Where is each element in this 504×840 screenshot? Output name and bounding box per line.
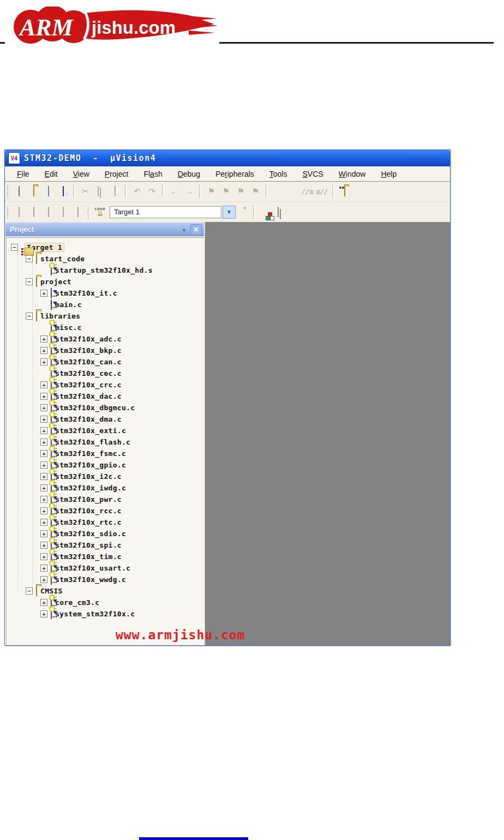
tree-item-stm32f10x-rtc-c[interactable]: +stm32f10x_rtc.c: [7, 517, 203, 528]
expand-toggle-icon[interactable]: +: [40, 393, 47, 400]
tree-item-label[interactable]: stm32f10x_flash.c: [55, 438, 130, 446]
menu-flash[interactable]: Flash: [136, 170, 170, 178]
expand-toggle-icon[interactable]: +: [40, 576, 47, 583]
expand-toggle-icon[interactable]: −: [26, 313, 33, 320]
tree-item-stm32f10x-spi-c[interactable]: +stm32f10x_spi.c: [7, 539, 203, 551]
expand-toggle-icon[interactable]: +: [40, 565, 47, 572]
tree-item-stm32f10x-can-c[interactable]: +stm32f10x_can.c: [7, 356, 203, 368]
menu-edit[interactable]: Edit: [37, 170, 65, 178]
menu-debug[interactable]: Debug: [170, 170, 208, 178]
menu-file[interactable]: File: [9, 170, 37, 178]
expand-toggle-icon[interactable]: +: [40, 519, 47, 526]
tree-item-stm32f10x-it-c[interactable]: +stm32f10x_it.c: [7, 287, 203, 299]
tree-item-label[interactable]: stm32f10x_crc.c: [55, 381, 122, 389]
tree-item-project[interactable]: −project: [7, 276, 203, 287]
tree-item-label[interactable]: stm32f10x_sdio.c: [55, 530, 126, 538]
expand-toggle-icon[interactable]: +: [40, 542, 47, 549]
tree-item-label[interactable]: stm32f10x_dma.c: [55, 415, 122, 423]
tree-item-label[interactable]: stm32f10x_i2c.c: [55, 472, 122, 481]
tree-item-stm32f10x-rcc-c[interactable]: +stm32f10x_rcc.c: [7, 505, 203, 517]
tree-item-label[interactable]: stm32f10x_spi.c: [55, 541, 122, 549]
expand-toggle-icon[interactable]: +: [40, 507, 47, 514]
tree-item-label[interactable]: stm32f10x_dbgmcu.c: [55, 404, 135, 412]
tree-item-label[interactable]: stm32f10x_pwr.c: [55, 495, 122, 503]
tree-item-stm32f10x-i2c-c[interactable]: +stm32f10x_i2c.c: [7, 471, 203, 482]
tree-item-label[interactable]: stm32f10x_adc.c: [55, 335, 122, 343]
tree-item-label[interactable]: stm32f10x_dac.c: [55, 392, 122, 400]
combo-dropdown-icon[interactable]: ▼: [223, 206, 236, 219]
expand-toggle-icon[interactable]: −: [11, 244, 18, 251]
expand-toggle-icon[interactable]: +: [40, 473, 47, 480]
editor-workspace[interactable]: [205, 222, 450, 645]
expand-toggle-icon[interactable]: +: [40, 416, 47, 423]
tree-item-stm32f10x-bkp-c[interactable]: +stm32f10x_bkp.c: [7, 345, 203, 356]
tree-item-label[interactable]: stm32f10x_iwdg.c: [55, 484, 126, 492]
new-file-icon[interactable]: [11, 184, 26, 199]
tree-item-label[interactable]: system_stm32f10x.c: [55, 610, 135, 618]
tree-item-stm32f10x-gpio-c[interactable]: +stm32f10x_gpio.c: [7, 459, 203, 471]
autohide-pin-icon[interactable]: ◔: [177, 223, 191, 237]
target-options-icon[interactable]: [236, 205, 250, 219]
tree-item-label[interactable]: stm32f10x_rtc.c: [55, 518, 122, 526]
download-flash-icon[interactable]: LOAD⇊: [93, 205, 107, 219]
tree-item-libraries[interactable]: −libraries: [7, 310, 203, 322]
tree-item-label[interactable]: project: [40, 278, 71, 286]
tree-item-label[interactable]: start_code: [40, 255, 85, 263]
tree-item-label[interactable]: stm32f10x_bkp.c: [55, 346, 122, 355]
tree-item-system-stm32f10x-c[interactable]: +system_stm32f10x.c: [7, 608, 203, 620]
tree-item-label[interactable]: CMSIS: [40, 587, 63, 595]
menu-peripherals[interactable]: Peripherals: [208, 170, 262, 178]
tree-item-core-cm3-c[interactable]: +core_cm3.c: [7, 597, 203, 608]
open-file-icon[interactable]: [26, 184, 41, 199]
tree-item-label[interactable]: stm32f10x_tim.c: [55, 553, 122, 561]
tree-item-stm32f10x-dbgmcu-c[interactable]: +stm32f10x_dbgmcu.c: [7, 402, 203, 413]
tree-item-label[interactable]: stm32f10x_usart.c: [55, 564, 130, 572]
tree-item-label[interactable]: startup_stm32f10x_hd.s: [55, 266, 153, 274]
expand-toggle-icon[interactable]: +: [40, 290, 47, 297]
expand-toggle-icon[interactable]: +: [40, 484, 47, 491]
tree-item-label[interactable]: core_cm3.c: [55, 598, 99, 607]
expand-toggle-icon[interactable]: +: [40, 610, 47, 617]
tree-item-stm32f10x-exti-c[interactable]: +stm32f10x_exti.c: [7, 425, 203, 436]
expand-toggle-icon[interactable]: +: [40, 439, 47, 446]
menu-window[interactable]: Window: [331, 170, 374, 178]
expand-toggle-icon[interactable]: +: [40, 496, 47, 503]
close-panel-icon[interactable]: ✕: [190, 224, 202, 235]
manage-components-icon[interactable]: [258, 205, 273, 219]
title-bar[interactable]: V4 STM32-DEMO - µVision4: [5, 150, 450, 166]
tree-item-label[interactable]: stm32f10x_exti.c: [55, 427, 126, 435]
tree-item-misc-c[interactable]: misc.c: [7, 322, 203, 333]
tree-item-cmsis[interactable]: −CMSIS: [7, 585, 203, 597]
expand-toggle-icon[interactable]: −: [26, 278, 33, 285]
tree-item-stm32f10x-flash-c[interactable]: +stm32f10x_flash.c: [7, 436, 203, 448]
menu-svcs[interactable]: SVCS: [295, 170, 331, 178]
tree-item-label[interactable]: stm32f10x_fsmc.c: [55, 449, 126, 458]
menu-help[interactable]: Help: [373, 170, 404, 178]
tree-item-stm32f10x-dac-c[interactable]: +stm32f10x_dac.c: [7, 391, 203, 402]
tree-item-stm32f10x-usart-c[interactable]: +stm32f10x_usart.c: [7, 562, 203, 574]
tree-item-label[interactable]: main.c: [55, 301, 82, 309]
footer-link-bar[interactable]: [139, 837, 248, 840]
tree-item-label[interactable]: stm32f10x_gpio.c: [55, 461, 126, 469]
expand-toggle-icon[interactable]: +: [40, 335, 47, 343]
tree-item-label[interactable]: stm32f10x_rcc.c: [55, 507, 122, 515]
toolbar-grip[interactable]: [6, 206, 9, 218]
tree-item-stm32f10x-adc-c[interactable]: +stm32f10x_adc.c: [7, 333, 203, 345]
tree-item-label[interactable]: stm32f10x_wwdg.c: [55, 575, 126, 584]
tree-item-stm32f10x-sdio-c[interactable]: +stm32f10x_sdio.c: [7, 528, 203, 539]
expand-toggle-icon[interactable]: +: [40, 347, 47, 354]
tree-item-stm32f10x-fsmc-c[interactable]: +stm32f10x_fsmc.c: [7, 448, 203, 459]
tree-item-start-code[interactable]: −start_code: [7, 253, 203, 265]
toolbar-grip[interactable]: [6, 185, 9, 197]
multi-project-icon[interactable]: [273, 205, 287, 219]
expand-toggle-icon[interactable]: +: [40, 553, 47, 560]
expand-toggle-icon[interactable]: +: [40, 358, 47, 365]
expand-toggle-icon[interactable]: +: [40, 599, 47, 606]
expand-toggle-icon[interactable]: +: [40, 450, 47, 457]
target-combo-value[interactable]: Target 1: [110, 206, 221, 218]
expand-toggle-icon[interactable]: −: [26, 587, 33, 595]
find-in-files-icon[interactable]: [337, 184, 352, 199]
tree-item-stm32f10x-cec-c[interactable]: stm32f10x_cec.c: [7, 368, 203, 379]
tree-item-stm32f10x-dma-c[interactable]: +stm32f10x_dma.c: [7, 413, 203, 425]
tree-item-label[interactable]: misc.c: [55, 323, 82, 332]
